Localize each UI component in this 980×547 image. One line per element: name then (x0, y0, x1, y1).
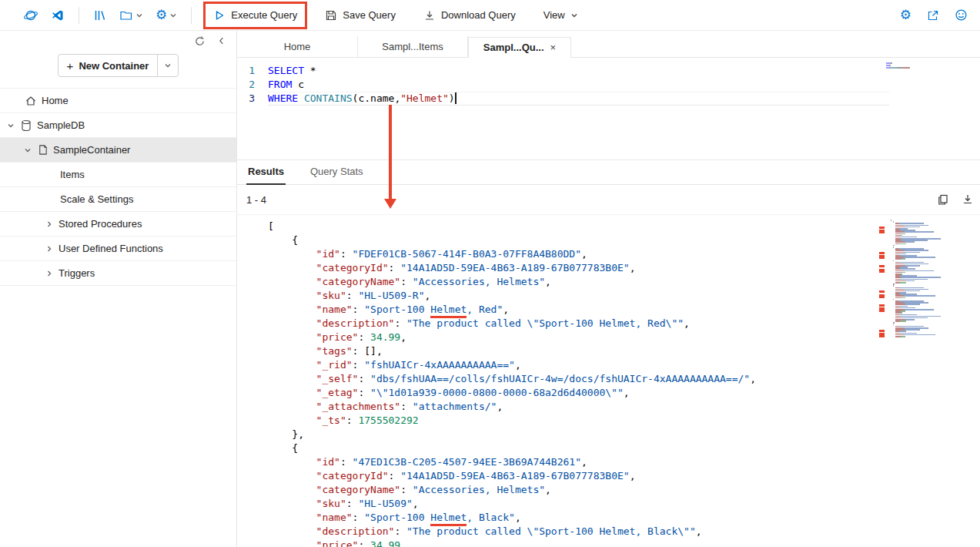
chevron-right-icon[interactable] (45, 270, 54, 277)
new-container-button[interactable]: + New Container (58, 54, 179, 77)
code-token: c.name (358, 92, 394, 104)
sidebar-item-label: Items (60, 169, 85, 180)
code-token: , (515, 512, 521, 523)
sidebar-item-sampledb[interactable]: SampleDB (0, 113, 236, 138)
code-token: "name" (268, 304, 353, 315)
view-menu-button[interactable]: View (536, 0, 586, 31)
sidebar-item-udf[interactable]: User Defined Functions (0, 237, 236, 261)
results-editor[interactable]: [ { "id": "FDEF01CB-5067-414F-B0A3-07FF8… (237, 214, 980, 547)
find-match-marker (879, 296, 885, 298)
save-icon (325, 9, 337, 22)
code-token: "sku" (268, 290, 346, 301)
find-match-marker (879, 310, 885, 312)
code-token: : (346, 498, 359, 509)
settings-gear-icon[interactable]: ⚙ (900, 8, 911, 22)
code-token: : (353, 345, 365, 357)
vs-code-icon[interactable] (51, 8, 65, 22)
container-icon (37, 144, 48, 156)
chevron-down-icon[interactable] (6, 122, 15, 129)
code-token: "_rid" (268, 359, 353, 371)
result-json-line: "_rid": "fshUAICr-4xAAAAAAAAAA==", (237, 358, 980, 372)
result-json-line: "price": 34.99, (237, 539, 980, 547)
query-stats-tab[interactable]: Query Stats (309, 166, 365, 184)
results-tab[interactable]: Results (246, 166, 286, 184)
settings-gear-dropdown-icon[interactable]: ⚙ (156, 8, 177, 22)
code-token: c (292, 79, 304, 90)
sidebar-item-samplecontainer[interactable]: SampleContainer (0, 138, 236, 163)
find-match-marker (879, 265, 885, 267)
save-query-label: Save Query (343, 9, 396, 21)
result-json-line: "name": "Sport-100 Helmet, Black", (237, 511, 980, 525)
execute-query-label: Execute Query (231, 9, 297, 21)
code-token: [ (268, 220, 274, 232)
result-json-line: "_self": "dbs/fshUAA==/colls/fshUAICr-4w… (237, 372, 980, 386)
code-token: "_self" (268, 373, 358, 384)
sidebar-item-triggers[interactable]: Triggers (0, 261, 236, 286)
find-match-marker (879, 290, 885, 293)
code-token: : (389, 262, 401, 274)
code-token: : (358, 373, 370, 384)
code-token: "description" (268, 317, 394, 329)
plus-icon: + (67, 59, 74, 72)
result-json-line: "_ts": 1755502292 (237, 414, 980, 428)
refresh-icon[interactable] (194, 35, 206, 47)
chevron-right-icon[interactable] (45, 220, 54, 228)
sidebar-item-stored-procedures[interactable]: Stored Procedures (0, 212, 236, 237)
code-token: { (268, 234, 298, 246)
cosmos-db-logo-icon[interactable] (23, 8, 38, 23)
code-token: : (400, 276, 413, 287)
download-query-label: Download Query (441, 9, 516, 21)
chevron-down-icon[interactable] (23, 146, 32, 154)
tab-label: Sampl...Qu... (483, 42, 544, 53)
collapse-panel-icon[interactable] (216, 35, 227, 46)
code-token: , (630, 470, 636, 482)
code-token: : (353, 359, 365, 371)
code-token: , (400, 331, 406, 343)
code-token: 34.99 (370, 539, 400, 547)
home-icon (25, 95, 37, 107)
feedback-smiley-icon[interactable] (955, 8, 968, 22)
result-json-line: { (237, 441, 980, 455)
result-json-line: "price": 34.99, (237, 331, 980, 344)
library-icon[interactable] (93, 8, 107, 22)
code-token: : (340, 456, 353, 468)
sidebar-item-scale-settings[interactable]: Scale & Settings (0, 187, 236, 212)
download-results-icon[interactable] (962, 193, 974, 206)
code-token: , (545, 484, 551, 495)
new-container-dropdown-icon[interactable] (158, 62, 178, 69)
code-token: { (268, 442, 298, 454)
copy-icon[interactable] (937, 193, 949, 206)
code-token: * (304, 65, 316, 76)
execute-query-button[interactable]: Execute Query (206, 0, 305, 31)
code-token: , (750, 373, 756, 384)
code-token: "dbs/fshUAA==/colls/fshUAICr-4w=/docs/fs… (370, 373, 750, 384)
code-token: ) (449, 92, 455, 104)
code-token: CONTAINS (304, 92, 353, 104)
code-token: "HL-U509" (358, 498, 412, 509)
tab-sample-items[interactable]: Sampl...Items (358, 36, 468, 57)
save-query-button[interactable]: Save Query (317, 0, 403, 31)
command-bar-left: ⚙ Execute Query Save Query Download Quer… (0, 0, 586, 31)
code-token: : (358, 539, 370, 547)
code-token: "The product called \"Sport-100 Helmet, … (406, 317, 684, 329)
sidebar-item-home[interactable]: Home (0, 89, 236, 113)
code-token: "Accessories, Helmets" (413, 276, 545, 287)
download-query-button[interactable]: Download Query (416, 0, 523, 31)
tab-sample-query[interactable]: Sampl...Qu... × (468, 37, 571, 58)
minimap-line (886, 62, 921, 64)
line-number: 2 (237, 78, 268, 92)
result-json-line: }, (237, 428, 980, 441)
folder-dropdown-icon[interactable] (119, 8, 143, 22)
open-in-new-icon[interactable] (927, 9, 939, 22)
result-json-line: "categoryId": "14A1AD5D-59EA-4B63-A189-6… (237, 261, 980, 275)
result-json-line: "categoryName": "Accessories, Helmets", (237, 275, 980, 289)
chevron-right-icon[interactable] (45, 245, 54, 253)
close-tab-icon[interactable]: × (550, 42, 557, 53)
code-token: : (358, 387, 370, 398)
query-editor[interactable]: 1SELECT *2FROM c3WHERE CONTAINS(c.name,"… (237, 58, 980, 159)
sidebar-item-items[interactable]: Items (0, 163, 236, 187)
code-token: , (545, 276, 551, 287)
tab-home[interactable]: Home (237, 36, 358, 57)
text-cursor (455, 92, 457, 104)
toolbar-divider (191, 7, 192, 24)
